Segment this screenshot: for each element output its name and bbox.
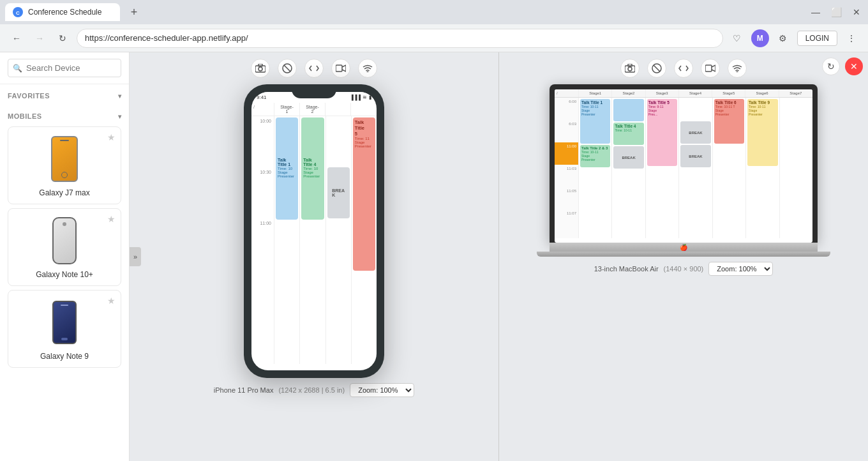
active-tab[interactable]: C Conference Schedule xyxy=(5,3,120,21)
phone-wifi: ≋ xyxy=(363,94,367,100)
ls-time-1105: 11:05 xyxy=(555,187,578,209)
favorite-star-note9[interactable]: ★ xyxy=(107,296,116,306)
login-button[interactable]: LOGIN xyxy=(797,31,837,46)
left-device-specs: (1242 x 2688 | 6.5 in) xyxy=(278,386,345,394)
right-code-icon[interactable] xyxy=(674,59,693,78)
left-video-icon[interactable] xyxy=(331,59,350,78)
new-tab-button[interactable]: + xyxy=(125,3,143,21)
device-card-note10[interactable]: ★ Galaxy Note 10+ xyxy=(8,208,121,286)
profile-avatar[interactable]: M xyxy=(751,29,769,47)
ls-talk-title-5[interactable]: Talk Title 5 Time: 9-11 Stage Pres... xyxy=(647,99,677,166)
ls-header-1: Stage1 xyxy=(579,89,612,97)
left-code-icon[interactable] xyxy=(304,59,324,78)
laptop-base-bottom xyxy=(537,252,830,257)
left-zoom-select[interactable]: Zoom: 100% Zoom: 75% Zoom: 50% xyxy=(350,383,414,397)
ls-break-1: BREAK xyxy=(613,146,643,169)
right-wifi-icon[interactable] xyxy=(728,59,747,78)
browser-titlebar: C Conference Schedule + — ⬜ ✕ xyxy=(0,0,868,24)
left-device-panel: 9:41 ▐▐▐ ≋ ▮ / Stage-1 Stage-2 xyxy=(130,52,498,461)
tab-favicon: C xyxy=(13,7,23,17)
ls-talk-s2-2[interactable]: Talk Title 4 Time: 10-11 xyxy=(613,123,643,145)
favorite-icon-btn[interactable]: ♡ xyxy=(728,29,746,47)
col4-column: TalkTitle5 Time: 11 Stage Presenter xyxy=(352,116,377,364)
tab-title: Conference Schedule xyxy=(28,8,101,17)
schedule-header-1: Stage-1 xyxy=(274,103,300,116)
left-camera-icon[interactable] xyxy=(251,59,270,78)
menu-icon-btn[interactable]: ⋮ xyxy=(842,29,860,47)
ls-stage5: Talk Title 6 Time: 10-11 T Stage Present… xyxy=(713,98,746,238)
device-name-note9: Galaxy Note 9 xyxy=(15,352,114,361)
svg-point-10 xyxy=(628,67,632,71)
ls-header-4: Stage4 xyxy=(679,89,712,97)
schedule-header-2: Stage-2 xyxy=(300,103,326,116)
phone-battery: ▮ xyxy=(369,94,371,100)
svg-rect-7 xyxy=(336,65,342,72)
favorites-header[interactable]: FAVORITES ▾ xyxy=(8,89,121,102)
search-input[interactable] xyxy=(8,59,121,77)
svg-point-15 xyxy=(737,72,738,73)
left-block-icon[interactable] xyxy=(278,59,297,78)
apple-logo: 🍎 xyxy=(680,244,687,251)
talk-title-1[interactable]: Talk Title 1 Time: 10 Stage Presenter xyxy=(276,117,298,220)
back-button[interactable]: ← xyxy=(8,29,26,47)
favorite-star-note10[interactable]: ★ xyxy=(107,214,116,224)
settings-icon-btn[interactable]: ⚙ xyxy=(774,29,792,47)
device-image-note10 xyxy=(15,215,114,266)
device-image-j7 xyxy=(15,133,114,185)
ls-break-3: BREAK xyxy=(680,145,710,167)
ls-talk-2-3[interactable]: Talk Title 2 & 3 Time: 10-11 Stage Prese… xyxy=(580,145,610,167)
laptop-schedule-header: / Stage1 Stage2 Stage3 Stage4 Stage5 Sta… xyxy=(555,89,812,98)
ls-stage6: Talk Title 9 Time: 10-11 Stage Presenter xyxy=(746,98,779,238)
ls-talk-title-1[interactable]: Talk Title 1 Time: 10-11 Stage Presenter xyxy=(580,99,610,144)
forward-button[interactable]: → xyxy=(31,29,49,47)
maximize-button[interactable]: ⬜ xyxy=(830,6,842,19)
favorite-star-j7[interactable]: ★ xyxy=(107,132,116,142)
svg-text:C: C xyxy=(16,10,20,16)
phone-signal: ▐▐▐ xyxy=(350,94,361,100)
right-panel-footer: 13-inch MacBook Air (1440 × 900) Zoom: 1… xyxy=(594,262,774,276)
ls-talk-s2-1[interactable] xyxy=(613,99,643,121)
ls-stage7 xyxy=(780,98,812,238)
right-block-icon[interactable] xyxy=(647,59,666,78)
right-refresh-button[interactable]: ↻ xyxy=(822,57,840,75)
laptop-time-column: 6:00 6:03 11:00 11:03 11:05 11:07 xyxy=(555,98,579,238)
favorites-chevron: ▾ xyxy=(118,93,122,100)
minimize-button[interactable]: — xyxy=(809,6,822,19)
svg-point-8 xyxy=(367,72,369,73)
right-zoom-select[interactable]: Zoom: 100% Zoom: 75% Zoom: 50% xyxy=(708,262,773,276)
ls-talk-title-9[interactable]: Talk Title 9 Time: 10-11 Stage Presenter xyxy=(747,99,777,166)
schedule-header-3 xyxy=(326,103,351,116)
right-close-button[interactable]: ✕ xyxy=(845,57,863,75)
sidebar: 🔍 FAVORITES ▾ MOBILES ▾ ★ xyxy=(0,52,130,461)
time-column: 10:00 10:30 11:00 xyxy=(251,116,274,364)
device-card-galaxy-j7[interactable]: ★ Galaxy J7 max xyxy=(8,126,121,204)
schedule-header-0: / xyxy=(251,103,274,116)
right-camera-icon[interactable] xyxy=(620,59,640,78)
ls-time-600: 6:00 xyxy=(555,98,578,120)
search-icon: 🔍 xyxy=(13,64,22,73)
phone-screen: 9:41 ▐▐▐ ≋ ▮ / Stage-1 Stage-2 xyxy=(251,92,377,370)
mobiles-header[interactable]: MOBILES ▾ xyxy=(8,110,121,123)
ls-talk-title-6[interactable]: Talk Title 6 Time: 10-11 T Stage Present… xyxy=(714,99,744,144)
ls-break-2: BREAK xyxy=(680,121,710,144)
ls-stage4: BREAK BREAK xyxy=(679,98,712,238)
mobiles-chevron: ▾ xyxy=(118,113,122,120)
favorites-section: FAVORITES ▾ xyxy=(0,84,129,105)
talk-title-5[interactable]: TalkTitle5 Time: 11 Stage Presenter xyxy=(353,117,375,271)
break-cell-1: BREAK xyxy=(327,167,350,218)
ls-header-2: Stage2 xyxy=(612,89,645,97)
left-wifi-icon[interactable] xyxy=(358,59,377,78)
talk-title-4[interactable]: Talk Title 4 Time: 10 Stage Presenter xyxy=(301,117,324,220)
ls-header-3: Stage3 xyxy=(646,89,679,97)
reload-button[interactable]: ↻ xyxy=(54,29,71,47)
svg-line-6 xyxy=(284,65,290,72)
device-card-note9[interactable]: ★ Galaxy Note 9 xyxy=(8,290,121,368)
main-layout: 🔍 FAVORITES ▾ MOBILES ▾ ★ xyxy=(0,52,868,461)
ls-header-0: / xyxy=(555,89,579,97)
address-bar[interactable]: https://conference-scheduler-app.netlify… xyxy=(77,29,723,48)
ls-stage1: Talk Title 1 Time: 10-11 Stage Presenter… xyxy=(579,98,612,238)
close-button[interactable]: ✕ xyxy=(850,6,863,19)
browser-toolbar-icons: ♡ M ⚙ LOGIN ⋮ xyxy=(728,29,860,47)
stage1-column: Talk Title 1 Time: 10 Stage Presenter xyxy=(274,116,300,364)
right-video-icon[interactable] xyxy=(701,59,720,78)
